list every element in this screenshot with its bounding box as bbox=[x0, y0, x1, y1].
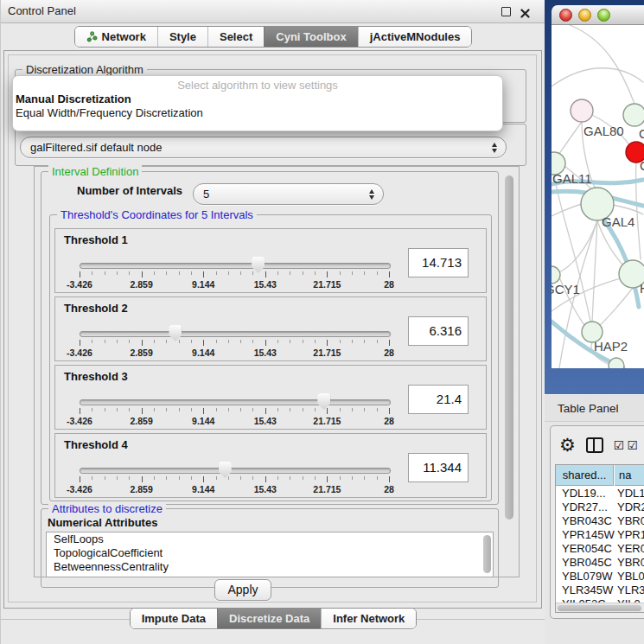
threshold-value-field[interactable]: 14.713 bbox=[408, 248, 469, 277]
network-edge[interactable] bbox=[592, 220, 597, 322]
threshold-value-field[interactable]: 11.344 bbox=[408, 453, 469, 482]
control-panel: Control Panel NetworkStyleSelectCyni Too… bbox=[0, 0, 545, 644]
tab-label: Infer Network bbox=[333, 612, 405, 625]
attributes-listbox[interactable]: SelfLoopsTopologicalCoefficientBetweenne… bbox=[46, 532, 494, 577]
table-panel-title: Table Panel bbox=[558, 402, 619, 415]
algorithm-option[interactable]: Equal Width/Frequency Discretization bbox=[13, 105, 502, 119]
table-row[interactable]: YLR345WYLR3 bbox=[556, 583, 644, 597]
network-window-titlebar bbox=[552, 5, 644, 25]
attribute-list-item[interactable]: SelfLoops bbox=[47, 532, 493, 546]
slider-track[interactable] bbox=[80, 468, 391, 474]
network-canvas[interactable]: GAL80GACGAL11GAL4GCY1HHAP2 bbox=[552, 25, 644, 368]
network-node[interactable] bbox=[623, 104, 644, 126]
cell-name: YBL0 bbox=[617, 570, 644, 583]
node-label: HAP2 bbox=[594, 339, 628, 354]
threshold-value-field[interactable]: 21.4 bbox=[408, 385, 469, 414]
table-row[interactable]: YBR043CYBR0 bbox=[556, 514, 644, 528]
tab-label: Cyni Toolbox bbox=[276, 30, 346, 43]
slider-track[interactable] bbox=[80, 331, 391, 337]
group-title: Discretization Algorithm bbox=[22, 63, 147, 76]
threshold-value-field[interactable]: 6.316 bbox=[408, 316, 469, 346]
screen: Control Panel NetworkStyleSelectCyni Too… bbox=[0, 0, 644, 644]
close-icon[interactable] bbox=[520, 6, 530, 22]
network-node[interactable] bbox=[552, 266, 560, 284]
table-row[interactable]: YBR045CYBR0 bbox=[556, 556, 644, 570]
tab-select[interactable]: Select bbox=[207, 27, 264, 47]
table-panel-window: ⚙ ☑ ☑ shared... na YDL19...YDL1YDR27...Y… bbox=[550, 425, 644, 619]
cell-shared-name: YPR145W bbox=[562, 528, 615, 542]
tab-label: Discretize Data bbox=[229, 612, 309, 625]
algorithm-option[interactable]: Manual Discretization bbox=[13, 92, 502, 105]
bottom-segmented-control: Impute DataDiscretize DataInfer Network bbox=[130, 608, 418, 629]
slider-scale-labels: -3.4262.8599.14415.4321.71528 bbox=[80, 416, 389, 426]
gear-icon[interactable]: ⚙ bbox=[559, 436, 576, 455]
network-node[interactable] bbox=[609, 358, 624, 368]
network-node[interactable] bbox=[571, 99, 593, 122]
checkbox-icon[interactable]: ☑ bbox=[627, 438, 638, 452]
node-label: GAL80 bbox=[583, 124, 624, 138]
network-edge[interactable] bbox=[557, 122, 582, 157]
cell-shared-name: YLR345W bbox=[562, 583, 613, 597]
column-header-shared-name[interactable]: shared... bbox=[556, 465, 614, 486]
threshold-panel-2: Threshold 2-3.4262.8599.14415.4321.71528… bbox=[54, 296, 487, 361]
table-row[interactable]: YBL079WYBL0 bbox=[556, 570, 644, 583]
slider-track[interactable] bbox=[80, 399, 391, 405]
combo-arrows-icon bbox=[492, 143, 497, 153]
cell-name: YDR2 bbox=[617, 501, 644, 514]
tab-network[interactable]: Network bbox=[75, 27, 157, 47]
numerical-attributes-label: Numerical Attributes bbox=[48, 516, 157, 529]
cell-name: YER0 bbox=[617, 542, 644, 556]
minimize-traffic-light-icon[interactable] bbox=[578, 9, 591, 22]
network-edge[interactable] bbox=[570, 25, 634, 104]
algorithm-dropdown-popup: Select algorithm to view settings Manual… bbox=[12, 75, 503, 131]
tab-jactivemnodules[interactable]: jActiveMNodules bbox=[358, 27, 472, 47]
tab-infer-network[interactable]: Infer Network bbox=[321, 609, 416, 628]
slider-scale-labels: -3.4262.8599.14415.4321.71528 bbox=[80, 484, 389, 494]
float-window-icon[interactable] bbox=[501, 7, 511, 16]
table-data-combobox[interactable]: galFiltered.sif default node bbox=[20, 137, 507, 158]
node-label: GAL4 bbox=[602, 214, 634, 229]
network-view-window: GAL80GACGAL11GAL4GCY1HHAP2 bbox=[552, 5, 644, 368]
vertical-scrollbar[interactable] bbox=[505, 175, 513, 520]
split-columns-icon[interactable] bbox=[586, 437, 603, 453]
slider-ticks bbox=[80, 408, 389, 415]
tab-style[interactable]: Style bbox=[157, 27, 207, 47]
tab-impute-data[interactable]: Impute Data bbox=[131, 609, 217, 628]
table-row[interactable]: YDR27...YDR2 bbox=[556, 501, 644, 514]
tab-label: Style bbox=[169, 30, 196, 43]
slider-ticks bbox=[80, 340, 389, 347]
table-row[interactable]: YPR145WYPR1 bbox=[556, 528, 644, 542]
popup-options: Manual DiscretizationEqual Width/Frequen… bbox=[13, 92, 502, 119]
tab-discretize-data[interactable]: Discretize Data bbox=[217, 609, 321, 628]
attribute-list-item[interactable]: BetweennessCentrality bbox=[47, 560, 493, 574]
table-row[interactable]: YDL19...YDL1 bbox=[556, 487, 644, 501]
node-table[interactable]: shared... na YDL19...YDL1YDR27...YDR2YBR… bbox=[555, 464, 644, 613]
checkbox-icon[interactable]: ☑ bbox=[614, 438, 625, 452]
node-label: C bbox=[640, 158, 644, 173]
close-traffic-light-icon[interactable] bbox=[559, 9, 572, 22]
cell-name: YPR1 bbox=[617, 528, 644, 542]
threshold-panel-1: Threshold 1-3.4262.8599.14415.4321.71528… bbox=[54, 228, 487, 293]
list-scrollbar[interactable] bbox=[483, 535, 491, 573]
table-row[interactable]: YER054CYER0 bbox=[556, 542, 644, 556]
tab-cyni-toolbox[interactable]: Cyni Toolbox bbox=[264, 27, 357, 47]
right-panel: GAL80GACGAL11GAL4GCY1HHAP2 Table Panel ⚙… bbox=[545, 0, 644, 644]
attribute-list-item[interactable]: TopologicalCoefficient bbox=[47, 546, 493, 560]
zoom-traffic-light-icon[interactable] bbox=[597, 9, 610, 22]
tab-label: Network bbox=[102, 30, 146, 43]
slider-scale-labels: -3.4262.8599.14415.4321.71528 bbox=[80, 279, 389, 290]
top-segmented-control: NetworkStyleSelectCyni ToolboxjActiveMNo… bbox=[74, 26, 473, 48]
apply-button[interactable]: Apply bbox=[214, 579, 271, 601]
network-icon bbox=[86, 31, 98, 42]
number-of-intervals-spinner[interactable]: 5 bbox=[193, 183, 384, 205]
network-edge[interactable] bbox=[552, 68, 643, 86]
horizontal-scrollbar[interactable] bbox=[556, 603, 644, 612]
slider-track[interactable] bbox=[80, 263, 391, 269]
cell-name: YBR0 bbox=[617, 514, 644, 528]
bottom-tab-bar: Impute DataDiscretize DataInfer Network bbox=[1, 608, 545, 629]
threshold-label: Threshold 2 bbox=[64, 302, 128, 315]
slider-ticks bbox=[80, 271, 389, 278]
column-header-name[interactable]: na bbox=[615, 465, 644, 486]
network-edge[interactable] bbox=[600, 288, 633, 325]
cell-shared-name: YER054C bbox=[562, 542, 612, 556]
